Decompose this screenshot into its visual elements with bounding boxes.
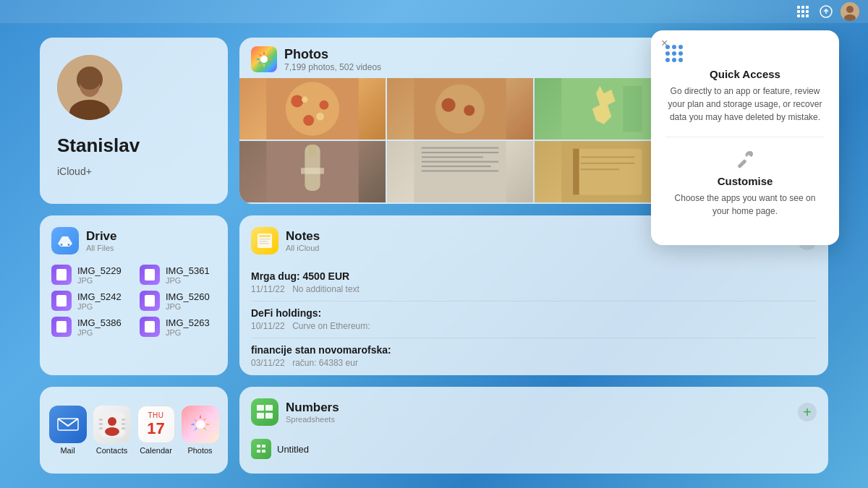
- drive-icon: [51, 227, 79, 254]
- grid-icon[interactable]: [794, 3, 812, 20]
- svg-point-21: [291, 95, 303, 107]
- file-item-4[interactable]: IMG_5386 JPG: [51, 317, 128, 337]
- note-meta-1: 10/11/22 Curve on Ethereum:: [251, 319, 817, 332]
- file-info-0: IMG_5229 JPG: [77, 265, 122, 285]
- notes-info: Notes All iCloud: [286, 229, 320, 252]
- app-mail[interactable]: Mail: [49, 406, 87, 455]
- svg-point-18: [260, 56, 268, 63]
- note-item-0[interactable]: Mrga dug: 4500 EUR 11/11/22 No additiona…: [251, 265, 817, 301]
- svg-rect-56: [573, 149, 642, 195]
- calendar-day: THU: [147, 411, 164, 419]
- file-item-1[interactable]: IMG_5361 JPG: [140, 265, 216, 285]
- note-item-2[interactable]: financije stan novomarofska: 03/11/22 ra…: [251, 338, 817, 374]
- svg-rect-88: [257, 445, 260, 448]
- file-item-0[interactable]: IMG_5229 JPG: [51, 265, 128, 285]
- svg-rect-84: [257, 405, 264, 411]
- svg-rect-0: [797, 6, 800, 9]
- file-doc-icon-2: [56, 295, 67, 307]
- svg-point-28: [442, 98, 456, 112]
- file-icon-3: [140, 291, 160, 311]
- svg-rect-70: [259, 241, 268, 242]
- svg-point-66: [68, 244, 70, 246]
- note-title-0: Mrga dug: 4500 EUR: [251, 270, 817, 282]
- notes-icon: [251, 227, 278, 254]
- file-ext-3: JPG: [166, 302, 210, 311]
- file-doc-icon-5: [145, 321, 155, 333]
- notes-list: Mrga dug: 4500 EUR 11/11/22 No additiona…: [251, 265, 817, 374]
- calendar-date: 17: [147, 419, 164, 438]
- svg-rect-92: [737, 159, 746, 168]
- file-name-3: IMG_5260: [166, 291, 210, 302]
- customise-section: Customise Choose the apps you want to se…: [665, 147, 825, 218]
- photo-cell-6[interactable]: [387, 141, 533, 202]
- app-contacts[interactable]: Contacts: [93, 406, 131, 455]
- numbers-file-info: Untitled: [277, 444, 309, 455]
- file-item-3[interactable]: IMG_5260 JPG: [140, 291, 216, 311]
- file-name-5: IMG_5263: [166, 317, 210, 328]
- notes-title: Notes: [286, 229, 320, 244]
- file-name-2: IMG_5242: [77, 291, 122, 302]
- mail-icon: [49, 406, 87, 443]
- contacts-label: Contacts: [96, 446, 127, 455]
- apps-card: Mail Contacts THU: [40, 387, 228, 474]
- file-icon-2: [51, 291, 72, 311]
- nav-icon[interactable]: [817, 3, 835, 20]
- customise-title: Customise: [665, 175, 825, 187]
- file-doc-icon-3: [145, 295, 155, 307]
- file-info-1: IMG_5361 JPG: [166, 265, 210, 285]
- customise-text: Choose the apps you want to see on your …: [665, 192, 825, 218]
- popup-divider: [665, 137, 825, 137]
- note-preview-2: račun: 64383 eur: [292, 358, 358, 368]
- photo-cell-5[interactable]: [239, 141, 386, 202]
- svg-rect-4: [801, 10, 804, 13]
- drive-info: Drive All Files: [86, 229, 117, 252]
- file-ext-1: JPG: [166, 276, 210, 285]
- note-item-1[interactable]: DeFi holdings: 10/11/22 Curve on Ethereu…: [251, 301, 817, 338]
- svg-rect-85: [265, 405, 273, 411]
- file-doc-icon-1: [145, 269, 155, 281]
- svg-rect-8: [806, 14, 809, 17]
- quick-access-section: Quick Access Go directly to an app or fe…: [665, 45, 825, 124]
- notes-subtitle: All iCloud: [286, 244, 320, 252]
- svg-rect-80: [122, 419, 125, 421]
- svg-point-20: [286, 82, 339, 135]
- numbers-info: Numbers Spreadsheets: [286, 401, 339, 424]
- file-doc-icon-4: [56, 321, 67, 333]
- svg-rect-47: [301, 168, 324, 174]
- svg-rect-81: [122, 423, 125, 425]
- profile-plan: iCloud+: [57, 166, 92, 177]
- svg-rect-50: [422, 152, 498, 153]
- numbers-file-icon: [251, 439, 271, 459]
- app-photos[interactable]: Photos: [182, 406, 219, 455]
- popup-close-button[interactable]: ×: [661, 38, 668, 49]
- file-info-4: IMG_5386 JPG: [77, 317, 122, 337]
- quick-access-icon: [665, 45, 825, 62]
- svg-rect-77: [99, 419, 103, 421]
- svg-point-25: [316, 113, 324, 121]
- svg-rect-2: [806, 6, 809, 9]
- note-meta-0: 11/11/22 No additional text: [251, 282, 817, 295]
- calendar-icon: THU 17: [137, 406, 175, 443]
- avatar[interactable]: [841, 2, 859, 21]
- file-icon-1: [140, 265, 160, 285]
- numbers-add-button[interactable]: +: [798, 403, 817, 421]
- file-ext-2: JPG: [77, 302, 122, 311]
- file-item-2[interactable]: IMG_5242 JPG: [51, 291, 128, 311]
- file-info-3: IMG_5260 JPG: [166, 291, 210, 311]
- photo-cell-1[interactable]: [239, 78, 386, 140]
- numbers-file-name: Untitled: [277, 444, 309, 455]
- app-calendar[interactable]: THU 17 Calendar: [137, 406, 175, 455]
- svg-rect-53: [422, 166, 491, 167]
- profile-card: Stanislav iCloud+: [40, 38, 228, 204]
- svg-rect-69: [259, 239, 271, 240]
- photo-cell-2[interactable]: [387, 78, 533, 140]
- svg-rect-78: [99, 423, 103, 425]
- svg-point-76: [105, 427, 119, 436]
- svg-rect-1: [801, 6, 804, 9]
- note-date-0: 11/11/22: [251, 284, 285, 294]
- file-item-5[interactable]: IMG_5263 JPG: [140, 317, 216, 337]
- svg-point-24: [302, 97, 308, 103]
- numbers-file-item[interactable]: Untitled: [251, 436, 817, 462]
- svg-rect-86: [257, 413, 264, 419]
- svg-point-29: [464, 105, 475, 116]
